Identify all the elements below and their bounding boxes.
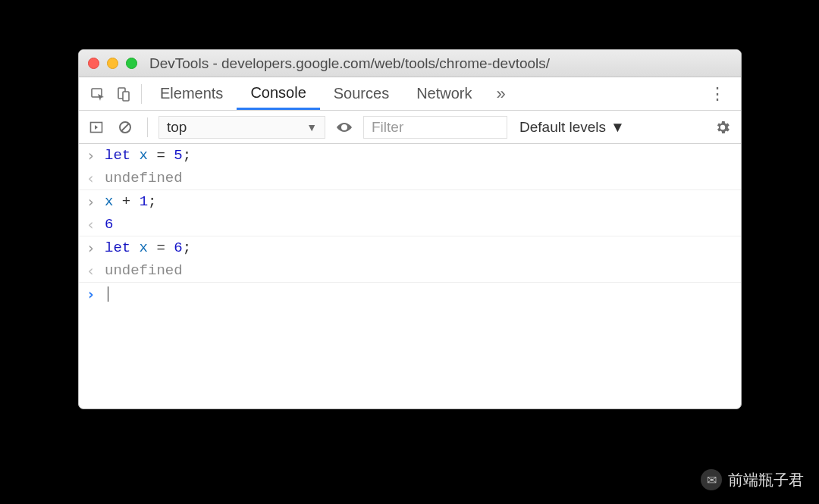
tab-console[interactable]: Console (237, 77, 319, 110)
panel-tabs-bar: Elements Console Sources Network » ⋮ (79, 77, 741, 111)
console-output-line: ‹6 (79, 213, 741, 236)
input-glyph-icon: › (86, 193, 100, 210)
window-title: DevTools - developers.google.com/web/too… (149, 55, 550, 72)
dropdown-triangle-icon: ▼ (306, 121, 317, 133)
tab-network[interactable]: Network (403, 77, 485, 110)
console-output-line: ‹undefined (79, 167, 741, 190)
code-text: let x = 5; (100, 147, 191, 164)
dropdown-triangle-icon: ▼ (610, 119, 625, 136)
output-glyph-icon: ‹ (86, 216, 100, 233)
console-input-line: ›x + 1; (79, 190, 741, 213)
output-glyph-icon: ‹ (86, 170, 100, 186)
tab-elements[interactable]: Elements (146, 77, 237, 110)
input-glyph-icon: › (86, 147, 100, 164)
execution-context-select[interactable]: top ▼ (158, 116, 325, 139)
code-text: 6 (100, 216, 113, 233)
execution-context-value: top (167, 119, 187, 136)
output-glyph-icon: ‹ (86, 262, 100, 279)
console-output[interactable]: ›let x = 5;‹undefined›x + 1;‹6›let x = 6… (79, 144, 741, 409)
prompt-input[interactable] (100, 286, 108, 302)
log-levels-select[interactable]: Default levels ▼ (513, 119, 631, 136)
toggle-device-toolbar-icon[interactable] (111, 77, 136, 110)
titlebar: DevTools - developers.google.com/web/too… (79, 50, 741, 77)
tabs-overflow-icon[interactable]: » (486, 84, 516, 104)
watermark-text: 前端瓶子君 (728, 470, 804, 490)
devtools-window: DevTools - developers.google.com/web/too… (78, 49, 742, 409)
log-levels-label: Default levels (519, 119, 606, 136)
svg-line-5 (121, 124, 129, 131)
zoom-window-button[interactable] (126, 58, 137, 69)
panel-tabs: Elements Console Sources Network » (146, 77, 516, 110)
svg-rect-2 (123, 92, 129, 101)
svg-point-6 (343, 126, 346, 129)
console-output-line: ‹undefined (79, 259, 741, 283)
wechat-icon: ✉ (701, 469, 722, 490)
divider (141, 84, 142, 104)
tab-sources[interactable]: Sources (320, 77, 403, 110)
devtools-menu-icon[interactable]: ⋮ (701, 84, 735, 104)
watermark: ✉ 前端瓶子君 (701, 469, 804, 490)
prompt-glyph-icon: › (86, 286, 100, 302)
console-settings-icon[interactable] (711, 119, 735, 136)
console-sidebar-toggle-icon[interactable] (85, 116, 108, 139)
console-input-line: ›let x = 6; (79, 236, 741, 259)
clear-console-icon[interactable] (114, 116, 136, 139)
close-window-button[interactable] (88, 58, 99, 69)
input-glyph-icon: › (86, 239, 100, 256)
code-text: undefined (100, 262, 183, 279)
console-prompt[interactable]: › (79, 283, 741, 305)
inspect-element-icon[interactable] (85, 77, 111, 110)
console-toolbar: top ▼ Default levels ▼ (79, 111, 741, 144)
divider (147, 117, 148, 137)
code-text: undefined (100, 170, 183, 186)
text-cursor (108, 286, 108, 302)
filter-input[interactable] (363, 116, 507, 139)
minimize-window-button[interactable] (107, 58, 118, 69)
live-expression-icon[interactable] (331, 120, 357, 135)
traffic-lights (88, 58, 137, 69)
console-input-line: ›let x = 5; (79, 144, 741, 167)
code-text: let x = 6; (100, 239, 191, 256)
code-text: x + 1; (100, 193, 156, 210)
